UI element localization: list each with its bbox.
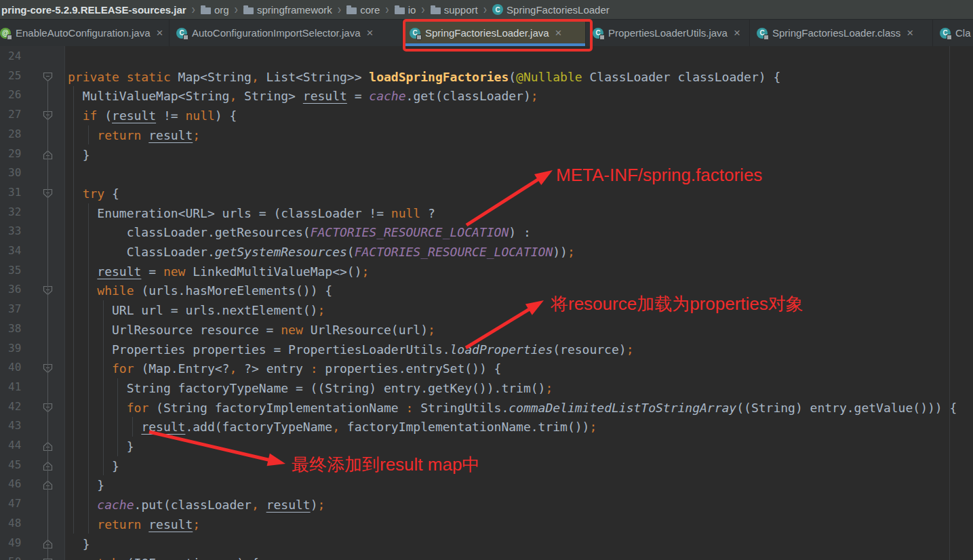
lock-badge-icon bbox=[7, 35, 12, 40]
code-line-row: 31 try { bbox=[0, 184, 973, 203]
code-token: result bbox=[97, 264, 141, 279]
code-token: Properties properties = PropertiesLoader… bbox=[68, 342, 450, 357]
breadcrumb-item-support[interactable]: support bbox=[431, 4, 478, 16]
tab-springfactoriesloader-java[interactable]: CSpringFactoriesLoader.java× bbox=[404, 20, 586, 46]
indent-guide bbox=[88, 125, 89, 145]
code-line-row: 30 bbox=[0, 164, 973, 184]
code-line: } bbox=[68, 534, 90, 554]
code-token: ? bbox=[420, 206, 435, 220]
code-token: ClassLoader classLoader) { bbox=[582, 70, 781, 84]
code-line: if (result != null) { bbox=[68, 106, 237, 125]
line-number: 32 bbox=[8, 205, 21, 218]
breadcrumb-item-org[interactable]: org bbox=[201, 4, 229, 16]
code-token: } bbox=[68, 439, 134, 454]
code-token: ) { bbox=[215, 108, 237, 123]
code-line-row: 26 MultiValueMap<String, String> result … bbox=[0, 86, 973, 106]
code-token: StringUtils. bbox=[413, 401, 509, 415]
tab-enableautoconfiguration-java[interactable]: @EnableAutoConfiguration.java× bbox=[0, 20, 170, 46]
code-line: } bbox=[68, 437, 134, 456]
code-line: cache.put(classLoader, result); bbox=[68, 495, 325, 515]
folder-icon bbox=[431, 7, 441, 14]
code-line: String factoryTypeName = ((String) entry… bbox=[68, 378, 553, 398]
code-line-row: 45 } bbox=[0, 456, 973, 476]
tab-label: PropertiesLoaderUtils.java bbox=[608, 27, 728, 39]
code-token: FACTORIES_RESOURCE_LOCATION bbox=[355, 245, 553, 259]
breadcrumb-item-label: SpringFactoriesLoader bbox=[507, 4, 610, 16]
code-token bbox=[68, 556, 83, 560]
code-line-row: 43 result.add(factoryTypeName, factoryIm… bbox=[0, 417, 973, 437]
code-line-row: 38 UrlResource resource = new UrlResourc… bbox=[0, 320, 973, 340]
code-token: ; bbox=[317, 303, 325, 317]
line-number: 39 bbox=[8, 342, 21, 355]
breadcrumb-item-io[interactable]: io bbox=[395, 4, 416, 16]
line-number: 33 bbox=[8, 224, 21, 237]
breadcrumb-item-label: support bbox=[444, 4, 478, 16]
breadcrumb-item-springframework[interactable]: springframework bbox=[243, 4, 332, 16]
code-line-row: 40 for (Map.Entry<?, ?> entry : properti… bbox=[0, 359, 973, 378]
code-token: .get(classLoader) bbox=[406, 89, 531, 103]
tab-autoconfigurationimportselector-java[interactable]: CAutoConfigurationImportSelector.java× bbox=[171, 20, 403, 46]
line-number: 31 bbox=[8, 186, 21, 199]
close-tab-icon[interactable]: × bbox=[366, 27, 373, 39]
code-token: result bbox=[303, 89, 347, 103]
code-token: UrlResource(url) bbox=[303, 323, 428, 337]
line-number: 37 bbox=[8, 302, 21, 315]
code-token bbox=[68, 264, 97, 279]
code-token: LinkedMultiValueMap<>() bbox=[185, 264, 361, 279]
code-token: , bbox=[229, 89, 237, 103]
close-tab-icon[interactable]: × bbox=[555, 27, 562, 39]
annotation-icon: @ bbox=[0, 28, 11, 39]
breadcrumb-jar-name[interactable]: pring-core-5.2.9.RELEASE-sources.jar bbox=[1, 4, 186, 16]
code-line-row: 42 for (String factoryImplementationName… bbox=[0, 398, 973, 418]
code-line-row: 37 URL url = urls.nextElement(); bbox=[0, 300, 973, 320]
line-number: 24 bbox=[8, 49, 21, 62]
tab-label: Cla bbox=[955, 27, 971, 39]
close-tab-icon[interactable]: × bbox=[156, 27, 163, 39]
code-line: while (urls.hasMoreElements()) { bbox=[68, 281, 332, 300]
code-token: catch bbox=[83, 556, 119, 560]
code-line-row: 47 cache.put(classLoader, result); bbox=[0, 495, 973, 515]
code-editor[interactable]: 2425private static Map<String, List<Stri… bbox=[0, 46, 973, 560]
code-token: result bbox=[266, 498, 311, 512]
class-icon: C bbox=[757, 28, 768, 39]
code-token: URL url = urls.nextElement() bbox=[68, 303, 317, 317]
code-token: properties.entrySet()) { bbox=[318, 361, 502, 376]
code-token: = bbox=[141, 264, 163, 279]
code-token bbox=[68, 283, 97, 298]
active-tab-underline bbox=[404, 43, 585, 46]
close-tab-icon[interactable]: × bbox=[734, 27, 740, 39]
close-tab-icon[interactable]: × bbox=[907, 27, 913, 39]
code-token: private static bbox=[68, 70, 178, 84]
line-number: 43 bbox=[8, 419, 21, 432]
code-token: result bbox=[141, 420, 185, 434]
code-line: try { bbox=[68, 184, 119, 203]
code-token: ) bbox=[311, 498, 318, 512]
code-token: null bbox=[391, 206, 420, 220]
code-token: != bbox=[156, 108, 185, 123]
tab-cla[interactable]: CCla bbox=[934, 20, 973, 46]
tab-propertiesloaderutils-java[interactable]: CPropertiesLoaderUtils.java× bbox=[587, 20, 750, 46]
line-number: 44 bbox=[8, 439, 21, 452]
tab-springfactoriesloader-class[interactable]: CSpringFactoriesLoader.class× bbox=[751, 20, 933, 46]
code-token: (Map.Entry<? bbox=[134, 361, 230, 376]
class-icon: C bbox=[176, 28, 187, 39]
code-line-row: 29 } bbox=[0, 145, 973, 165]
breadcrumb-item-core[interactable]: core bbox=[346, 4, 380, 16]
code-token: null bbox=[185, 108, 214, 123]
line-number: 49 bbox=[8, 536, 21, 549]
lock-badge-icon bbox=[947, 35, 952, 40]
line-number: 45 bbox=[8, 458, 21, 471]
code-token: getSystemResources bbox=[215, 245, 347, 259]
line-number: 26 bbox=[8, 88, 21, 101]
breadcrumb-item-springfactoriesloader[interactable]: CSpringFactoriesLoader bbox=[492, 4, 610, 16]
code-line-row: 48 return result; bbox=[0, 515, 973, 534]
chevron-right-icon: › bbox=[483, 3, 488, 16]
code-line-row: 27 if (result != null) { bbox=[0, 106, 973, 125]
chevron-right-icon: › bbox=[234, 3, 239, 16]
indent-guide bbox=[117, 378, 118, 456]
code-token: (IOException ex) { bbox=[119, 556, 259, 560]
code-token: : bbox=[311, 361, 318, 376]
code-token: new bbox=[281, 323, 303, 337]
code-line: classLoader.getResources(FACTORIES_RESOU… bbox=[68, 222, 531, 242]
code-token: String> bbox=[237, 89, 303, 103]
